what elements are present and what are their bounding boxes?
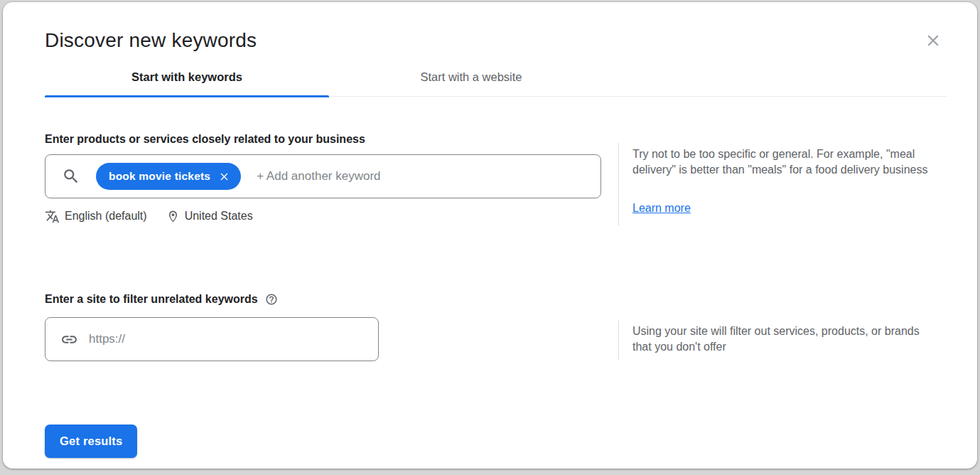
keyword-chip-label: book movie tickets (109, 170, 210, 183)
tab-start-with-keywords[interactable]: Start with keywords (45, 65, 329, 96)
tip-divider (618, 321, 619, 361)
translate-icon (45, 209, 60, 224)
site-tip-text: Using your site will filter out services… (632, 324, 934, 354)
discover-keywords-dialog: Discover new keywords Start with keyword… (3, 2, 977, 469)
site-url-input[interactable] (87, 331, 370, 347)
language-selector[interactable]: English (default) (45, 209, 147, 224)
site-url-input-box[interactable] (45, 317, 379, 361)
keyword-chip[interactable]: book movie tickets (96, 163, 241, 190)
search-icon (62, 167, 80, 186)
site-section-label: Enter a site to filter unrelated keyword… (45, 293, 278, 306)
language-value: English (default) (65, 210, 147, 223)
site-section-label-text: Enter a site to filter unrelated keyword… (45, 293, 258, 306)
location-selector[interactable]: United States (166, 210, 253, 223)
active-tab-indicator (45, 95, 329, 97)
add-keyword-input[interactable] (255, 169, 592, 184)
tab-start-with-website[interactable]: Start with a website (329, 65, 613, 96)
keywords-section-label: Enter products or services closely relat… (45, 133, 365, 146)
keyword-input-box[interactable]: book movie tickets (45, 154, 601, 198)
help-circle-icon[interactable] (265, 293, 278, 306)
tab-bar: Start with keywords Start with a website (45, 65, 947, 97)
tip-divider (618, 143, 619, 225)
chip-remove-icon[interactable] (218, 171, 230, 183)
page-title: Discover new keywords (45, 29, 257, 52)
tab-label: Start with a website (420, 70, 522, 84)
keywords-tip-text: Try not to be too specific or general. F… (632, 146, 934, 177)
tab-label: Start with keywords (131, 70, 242, 84)
learn-more-link[interactable]: Learn more (632, 202, 691, 215)
get-results-button[interactable]: Get results (45, 425, 137, 458)
close-icon (924, 31, 942, 50)
targeting-row: English (default) United States (45, 207, 253, 225)
link-icon (60, 331, 78, 348)
location-value: United States (185, 210, 253, 223)
close-button[interactable] (922, 29, 944, 52)
location-pin-icon (166, 210, 180, 223)
